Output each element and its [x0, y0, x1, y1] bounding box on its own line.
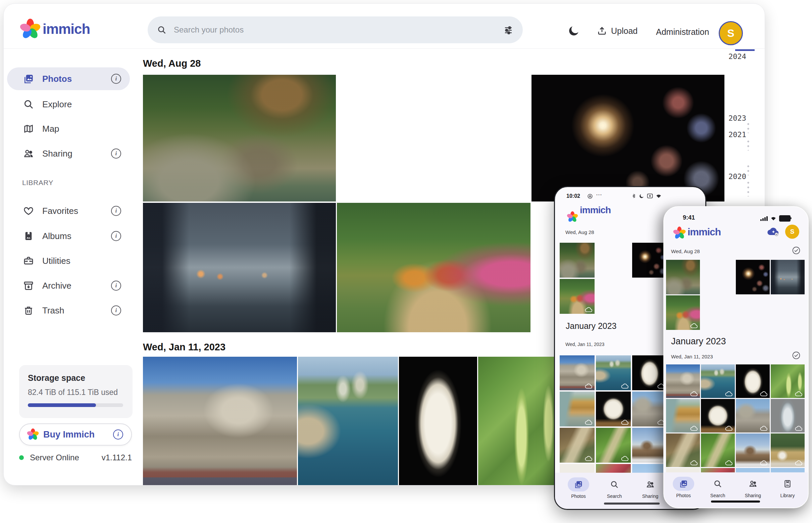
- sidebar-item-utilities[interactable]: Utilities: [7, 249, 130, 272]
- photo-tile-garden-path[interactable]: [666, 295, 700, 330]
- timeline-year-label[interactable]: 2023: [728, 114, 752, 122]
- info-icon[interactable]: [111, 74, 121, 84]
- dark-mode-toggle[interactable]: [567, 24, 580, 37]
- photo-fireworks[interactable]: [532, 75, 724, 201]
- photo-tile-berries[interactable]: [771, 364, 805, 398]
- sidebar-item-map[interactable]: Map: [7, 118, 130, 140]
- photo-dinner-table[interactable]: [337, 75, 531, 201]
- nav-tab-search[interactable]: Search: [701, 477, 735, 498]
- photo-tile-coastal[interactable]: [701, 364, 735, 398]
- photo-tile-beach-cliff[interactable]: [666, 399, 700, 432]
- sidebar-item-explore[interactable]: Explore: [7, 93, 130, 116]
- sidebar-item-archive[interactable]: Archive: [7, 274, 130, 297]
- sidebar-item-favorites[interactable]: Favorites: [7, 199, 130, 222]
- photo-tile-hands[interactable]: [771, 260, 805, 294]
- nav-label: Photos: [571, 493, 586, 499]
- info-icon[interactable]: [111, 281, 121, 291]
- sidebar-item-photos[interactable]: Photos: [7, 67, 130, 90]
- photo-tile-beach-cliff[interactable]: [560, 392, 594, 427]
- archive-icon: [23, 280, 34, 291]
- photo-fortress-walls[interactable]: [143, 357, 297, 485]
- nav-tab-sharing[interactable]: Sharing: [634, 477, 667, 499]
- people-icon: [640, 477, 661, 491]
- date-group-header: Wed, Aug 28: [565, 229, 594, 235]
- photo-tile-coastal[interactable]: [596, 355, 631, 390]
- search-input[interactable]: [173, 25, 497, 35]
- photo-tile-lizard-log[interactable]: [560, 428, 594, 463]
- timeline-year-label[interactable]: 2024: [728, 52, 752, 61]
- photo-tile-dinner[interactable]: [701, 260, 735, 294]
- photo-tile-monkeys[interactable]: [666, 260, 700, 294]
- photo-holding-hands[interactable]: [143, 203, 336, 332]
- photo-green-berries[interactable]: [478, 357, 560, 485]
- photo-tile-silver-ornament[interactable]: [771, 399, 805, 432]
- cloud-sync-icon[interactable]: [767, 226, 780, 237]
- select-all-check-icon[interactable]: [792, 246, 800, 255]
- explore-search-icon: [23, 99, 34, 110]
- photos-icon: [23, 73, 34, 84]
- photo-tile-sculpture[interactable]: [701, 399, 735, 432]
- timeline-scrubber-marker[interactable]: [735, 49, 755, 51]
- sidebar-item-albums[interactable]: Albums: [7, 224, 130, 248]
- nav-tab-photos[interactable]: Photos: [562, 477, 595, 499]
- wifi-icon: [656, 194, 662, 198]
- photo-tile-monkeys[interactable]: [560, 243, 594, 277]
- photo-autumn-garden-path[interactable]: [337, 203, 531, 332]
- photo-tile-fireworks[interactable]: [632, 243, 667, 277]
- photo-tile-garden-path[interactable]: [560, 279, 594, 314]
- photo-tile-bust[interactable]: [736, 364, 770, 398]
- search-filters-icon[interactable]: [503, 25, 513, 35]
- photo-tile-alpine-farm[interactable]: [771, 433, 805, 467]
- sidebar-item-sharing[interactable]: Sharing: [7, 142, 130, 165]
- home-indicator[interactable]: [604, 503, 660, 505]
- administration-link[interactable]: Administration: [656, 27, 709, 37]
- app-title: immich: [580, 205, 611, 216]
- photo-tile-lizard-log[interactable]: [666, 433, 700, 467]
- status-icons: [760, 215, 791, 222]
- info-icon[interactable]: [111, 305, 121, 315]
- storage-title: Storage space: [28, 373, 85, 383]
- nav-tab-library[interactable]: Library: [771, 477, 804, 498]
- timeline-tick-dots: [747, 180, 749, 196]
- photo-tile-lizard-moss[interactable]: [701, 433, 735, 467]
- administration-label: Administration: [656, 27, 709, 37]
- info-icon[interactable]: [111, 206, 121, 216]
- date-group-header: Wed, Jan 11, 2023: [565, 342, 604, 347]
- photo-tile-ruins[interactable]: [736, 399, 770, 432]
- immich-logo-flower: [28, 430, 38, 439]
- server-version: v1.112.1: [102, 453, 132, 462]
- nav-tab-photos[interactable]: Photos: [667, 477, 700, 498]
- home-indicator[interactable]: [711, 501, 760, 503]
- photo-tile-fireworks[interactable]: [736, 260, 770, 294]
- buy-immich-label: Buy Immich: [43, 430, 94, 440]
- info-icon[interactable]: [113, 430, 123, 439]
- upload-label: Upload: [611, 26, 638, 36]
- photo-monkeys-jungle[interactable]: [143, 75, 336, 201]
- nav-tab-sharing[interactable]: Sharing: [736, 477, 770, 498]
- photo-tile-snowy-church[interactable]: [632, 428, 667, 463]
- photo-tile-lizard-moss[interactable]: [596, 428, 631, 463]
- nav-tab-search[interactable]: Search: [598, 477, 631, 499]
- user-avatar[interactable]: S: [785, 224, 799, 239]
- photo-tile-sculpture[interactable]: [596, 392, 631, 427]
- photo-marble-bust[interactable]: [399, 357, 477, 485]
- photo-tile-bust[interactable]: [632, 355, 667, 390]
- info-icon[interactable]: [111, 231, 121, 241]
- sidebar-label: Archive: [42, 281, 71, 291]
- photo-coastal-town[interactable]: [298, 357, 398, 485]
- dnd-moon-icon: [639, 194, 644, 199]
- photo-tile-ruins[interactable]: [632, 392, 667, 427]
- photo-tile-snowy-church[interactable]: [736, 433, 770, 467]
- user-avatar[interactable]: S: [719, 21, 743, 45]
- buy-immich-button[interactable]: Buy Immich: [19, 423, 132, 446]
- photo-tile-fortress[interactable]: [666, 364, 700, 398]
- search-bar[interactable]: [148, 16, 523, 43]
- nav-label: Library: [780, 493, 795, 498]
- photo-tile-fortress[interactable]: [560, 355, 594, 390]
- photo-tile-dinner[interactable]: [596, 243, 631, 277]
- upload-button[interactable]: Upload: [597, 26, 638, 36]
- select-all-check-icon[interactable]: [792, 351, 800, 360]
- info-icon[interactable]: [111, 148, 121, 159]
- trash-icon: [23, 305, 34, 316]
- sidebar-item-trash[interactable]: Trash: [7, 299, 130, 322]
